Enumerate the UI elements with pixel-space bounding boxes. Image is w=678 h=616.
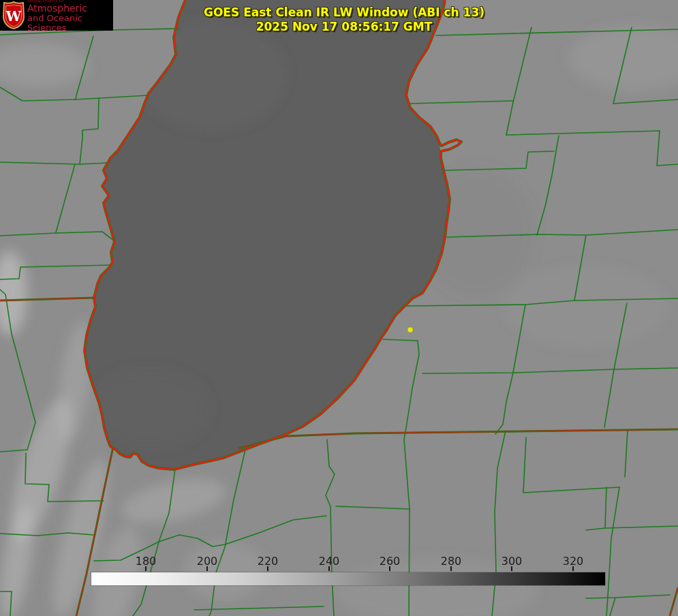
colorbar-tick-label: 220 bbox=[258, 555, 279, 568]
colorbar-tick-label: 200 bbox=[197, 555, 218, 568]
colorbar-tick-label: 180 bbox=[136, 555, 157, 568]
satellite-viewer: { "header": { "title_line1": "GOES East … bbox=[0, 0, 678, 616]
colorbar-tick-label: 320 bbox=[563, 555, 584, 568]
uw-crest-icon: W bbox=[2, 1, 25, 29]
colorbar-tick-label: 260 bbox=[380, 555, 401, 568]
svg-text:W: W bbox=[5, 8, 22, 25]
satellite-map bbox=[0, 0, 678, 616]
temperature-colorbar bbox=[91, 572, 605, 585]
logo-line1: Atmospheric bbox=[27, 3, 113, 14]
yellow-dot-marker bbox=[407, 327, 413, 333]
colorbar-tick-label: 280 bbox=[441, 555, 462, 568]
colorbar-tick-label: 240 bbox=[319, 555, 340, 568]
logo-line2: and Oceanic Sciences bbox=[27, 14, 113, 32]
uw-aos-logo: W Department of Atmospheric and Oceanic … bbox=[0, 0, 113, 31]
colorbar-tick-label: 300 bbox=[502, 555, 523, 568]
